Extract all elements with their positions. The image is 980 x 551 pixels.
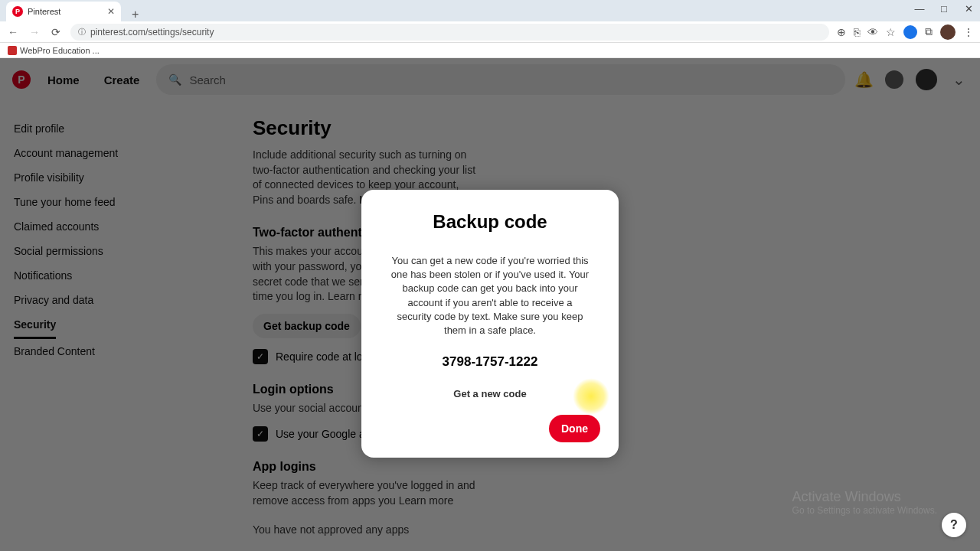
watermark-line1: Activate Windows xyxy=(792,489,937,505)
extension-icon[interactable] xyxy=(903,25,917,39)
maximize-icon[interactable]: □ xyxy=(937,3,951,15)
watermark-line2: Go to Settings to activate Windows. xyxy=(792,505,937,516)
address-bar: ← → ⟳ ⓘ pinterest.com/settings/security … xyxy=(0,21,980,43)
bookmark-bar: WebPro Education ... xyxy=(0,43,980,58)
get-new-code-link[interactable]: Get a new code xyxy=(380,388,600,399)
windows-watermark: Activate Windows Go to Settings to activ… xyxy=(792,489,937,516)
close-window-icon[interactable]: ✕ xyxy=(962,3,975,15)
modal-body-text: You can get a new code if you're worried… xyxy=(390,254,590,337)
tab-bar: P Pinterest ✕ + xyxy=(0,0,980,21)
backup-code-modal: Backup code You can get a new code if yo… xyxy=(361,190,619,458)
profile-avatar-browser[interactable] xyxy=(940,24,956,40)
new-tab-button[interactable]: + xyxy=(127,8,143,21)
translate-icon[interactable]: ⊕ xyxy=(837,26,846,38)
tab-title: Pinterest xyxy=(28,7,103,16)
minimize-icon[interactable]: — xyxy=(913,3,926,15)
modal-footer: Done xyxy=(380,415,600,442)
address-bar-icons: ⊕ ⎘ 👁 ☆ ⧉ ⋮ xyxy=(837,24,974,40)
url-input[interactable]: ⓘ pinterest.com/settings/security xyxy=(70,24,829,41)
menu-icon[interactable]: ⋮ xyxy=(963,26,974,38)
bookmark-favicon-icon xyxy=(8,46,17,55)
browser-chrome: — □ ✕ P Pinterest ✕ + ← → ⟳ ⓘ pinterest.… xyxy=(0,0,980,43)
modal-title: Backup code xyxy=(380,211,600,233)
bookmark-star-icon[interactable]: ☆ xyxy=(886,26,896,38)
help-button[interactable]: ? xyxy=(942,513,966,537)
tab-close-icon[interactable]: ✕ xyxy=(107,6,115,17)
eye-icon[interactable]: 👁 xyxy=(867,26,878,38)
back-button[interactable]: ← xyxy=(6,26,20,38)
reload-button[interactable]: ⟳ xyxy=(49,26,63,38)
bookmark-item[interactable]: WebPro Education ... xyxy=(20,46,100,55)
pinterest-favicon-icon: P xyxy=(12,6,23,17)
browser-tab[interactable]: P Pinterest ✕ xyxy=(6,2,121,21)
lock-icon: ⓘ xyxy=(78,27,86,37)
backup-code-value: 3798-1757-1222 xyxy=(380,354,600,370)
extensions-icon[interactable]: ⧉ xyxy=(925,25,933,38)
url-text: pinterest.com/settings/security xyxy=(90,27,822,37)
forward-button[interactable]: → xyxy=(28,26,41,38)
window-controls: — □ ✕ xyxy=(913,3,975,15)
done-button[interactable]: Done xyxy=(549,415,600,442)
install-icon[interactable]: ⎘ xyxy=(854,26,860,38)
